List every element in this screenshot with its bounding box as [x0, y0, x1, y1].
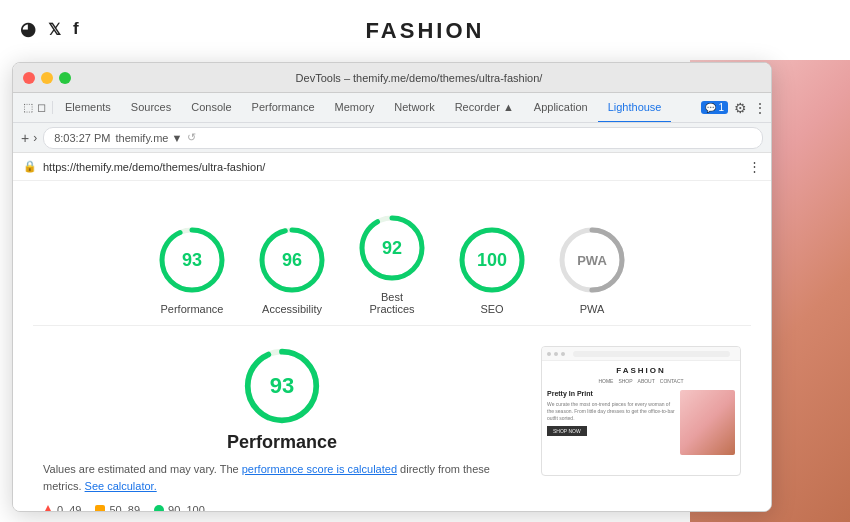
scores-section: 93 Performance 96 Accessibility [33, 197, 751, 326]
preview-nav-shop: SHOP [618, 378, 632, 384]
url-more-icon[interactable]: ⋮ [748, 159, 761, 174]
preview-fashion-title: FASHION [547, 366, 735, 375]
title-bar: DevTools – themify.me/demo/themes/ultra-… [13, 63, 771, 93]
settings-icon[interactable]: ⚙ [734, 100, 747, 116]
perf-detail-title: Performance [43, 432, 521, 453]
tab-console[interactable]: Console [181, 93, 241, 123]
preview-cta: SHOP NOW [547, 426, 587, 436]
preview-header [542, 347, 740, 361]
main-content: 93 Performance 96 Accessibility [13, 181, 771, 511]
tab-memory[interactable]: Memory [325, 93, 385, 123]
preview-content: Pretty In Print We curate the most on-tr… [547, 390, 735, 455]
address-bar-row: + › 8:03:27 PM themify.me ▼ ↺ [13, 123, 771, 153]
social-bar: ◕ 𝕏 f [20, 18, 79, 40]
score-item-pwa[interactable]: PWA PWA [557, 225, 627, 315]
perf-description: Values are estimated and may vary. The p… [43, 461, 521, 494]
tab-recorder[interactable]: Recorder ▲ [445, 93, 524, 123]
reload-icon[interactable]: ↺ [187, 131, 196, 144]
preview-url-bar [573, 351, 730, 357]
preview-text-col: Pretty In Print We curate the most on-tr… [547, 390, 675, 455]
website-fashion-title: FASHION [366, 18, 485, 44]
tab-lighthouse[interactable]: Lighthouse [598, 93, 672, 123]
seo-circle: 100 [457, 225, 527, 295]
time-display: 8:03:27 PM [54, 132, 110, 144]
pwa-circle: PWA [557, 225, 627, 295]
minimize-button[interactable] [41, 72, 53, 84]
preview-headline: Pretty In Print [547, 390, 675, 398]
site-display: themify.me ▼ [115, 132, 182, 144]
tab-performance[interactable]: Performance [242, 93, 325, 123]
preview-dot-2 [554, 352, 558, 356]
calculator-link[interactable]: See calculator. [85, 480, 157, 492]
accessibility-label: Accessibility [262, 303, 322, 315]
url-bar[interactable]: 8:03:27 PM themify.me ▼ ↺ [43, 127, 763, 149]
tab-application[interactable]: Application [524, 93, 598, 123]
seo-score: 100 [477, 250, 507, 271]
best-practices-label: BestPractices [369, 291, 414, 315]
close-button[interactable] [23, 72, 35, 84]
bottom-section: 93 Performance Values are estimated and … [33, 326, 751, 511]
legend-average: 50–89 [95, 504, 140, 511]
score-item-performance[interactable]: 93 Performance [157, 225, 227, 315]
pwa-score: PWA [577, 253, 607, 268]
preview-dot-3 [561, 352, 565, 356]
tab-sources[interactable]: Sources [121, 93, 181, 123]
score-item-best-practices[interactable]: 92 BestPractices [357, 213, 427, 315]
security-url-row: 🔒 https://themify.me/demo/themes/ultra-f… [13, 153, 771, 181]
devtools-tab-icons: 💬 1 ⚙ ⋮ [701, 100, 767, 116]
security-icon: 🔒 [23, 160, 37, 173]
legend-green-dot [154, 505, 164, 511]
perf-score-link[interactable]: performance score is calculated [242, 463, 397, 475]
accessibility-score: 96 [282, 250, 302, 271]
perf-detail-score: 93 [270, 373, 294, 399]
twitter-icon: 𝕏 [48, 20, 61, 39]
best-practices-score: 92 [382, 238, 402, 259]
add-tab-icon[interactable]: + [21, 130, 29, 146]
performance-score: 93 [182, 250, 202, 271]
preview-body-text: We curate the most on-trend pieces for e… [547, 401, 675, 422]
pwa-label: PWA [580, 303, 605, 315]
preview-nav: HOME SHOP ABOUT CONTACT [547, 378, 735, 384]
legend-fail: 0–49 [43, 504, 81, 511]
performance-detail: 93 Performance Values are estimated and … [43, 346, 521, 511]
maximize-button[interactable] [59, 72, 71, 84]
preview-body: FASHION HOME SHOP ABOUT CONTACT Pretty I… [542, 361, 740, 460]
traffic-lights [23, 72, 71, 84]
perf-detail-circle: 93 [242, 346, 322, 426]
tab-elements[interactable]: Elements [55, 93, 121, 123]
preview-image [680, 390, 735, 455]
prev-tab-icon[interactable]: › [33, 131, 37, 145]
performance-label: Performance [161, 303, 224, 315]
legend-red-dot [43, 505, 53, 511]
url-display[interactable]: https://themify.me/demo/themes/ultra-fas… [43, 161, 742, 173]
perf-circle-wrap: 93 [43, 346, 521, 426]
seo-label: SEO [480, 303, 503, 315]
accessibility-circle: 96 [257, 225, 327, 295]
window-title: DevTools – themify.me/demo/themes/ultra-… [77, 72, 761, 84]
devtools-tabs-bar: ⬚ ◻ Elements Sources Console Performance… [13, 93, 771, 123]
score-item-seo[interactable]: 100 SEO [457, 225, 527, 315]
cursor-icon[interactable]: ⬚ [23, 101, 33, 114]
performance-circle: 93 [157, 225, 227, 295]
tab-network[interactable]: Network [384, 93, 444, 123]
preview-nav-home: HOME [598, 378, 613, 384]
facebook-icon: f [73, 19, 79, 39]
address-bar-nav: + › [21, 130, 37, 146]
more-icon[interactable]: ⋮ [753, 100, 767, 116]
preview-nav-contact: CONTACT [660, 378, 684, 384]
preview-dot-1 [547, 352, 551, 356]
notification-badge: 💬 1 [701, 101, 728, 114]
preview-nav-about: ABOUT [638, 378, 655, 384]
legend-orange-dot [95, 505, 105, 511]
instagram-icon: ◕ [20, 18, 36, 40]
legend-pass: 90–100 [154, 504, 205, 511]
website-preview: FASHION HOME SHOP ABOUT CONTACT Pretty I… [541, 346, 741, 476]
inspect-icon[interactable]: ◻ [37, 101, 46, 114]
score-legend: 0–49 50–89 90–100 [43, 504, 521, 511]
best-practices-circle: 92 [357, 213, 427, 283]
score-item-accessibility[interactable]: 96 Accessibility [257, 225, 327, 315]
browser-window: DevTools – themify.me/demo/themes/ultra-… [12, 62, 772, 512]
